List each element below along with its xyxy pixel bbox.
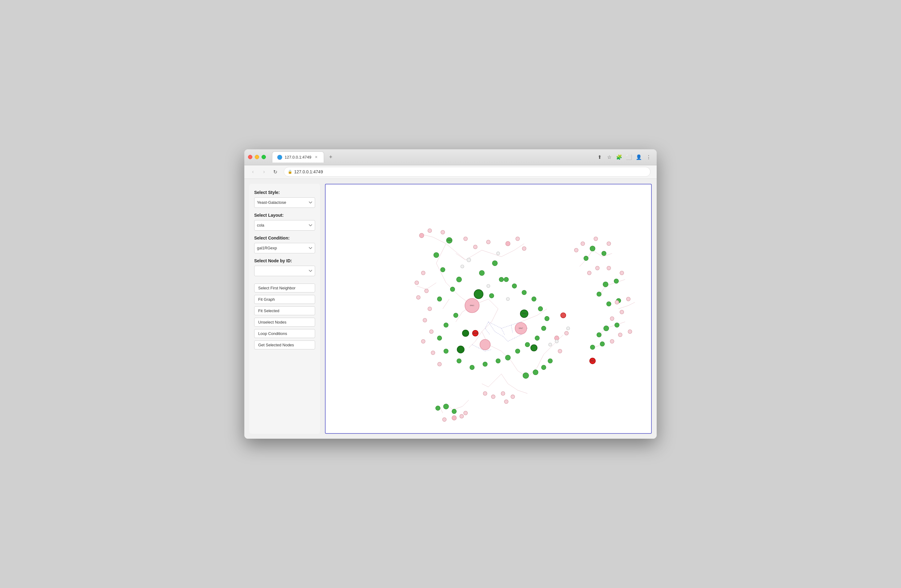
get-selected-nodes-button[interactable]: Get Selected Nodes — [254, 340, 315, 349]
bookmark-icon[interactable]: ☆ — [605, 153, 614, 161]
active-tab[interactable]: 🌐 127.0.0.1:4749 ✕ — [272, 151, 324, 162]
svg-point-164 — [610, 317, 614, 320]
lock-icon: 🔒 — [288, 170, 292, 174]
svg-text:GAL2: GAL2 — [447, 239, 451, 241]
svg-point-119 — [597, 292, 601, 296]
svg-point-154 — [581, 242, 585, 246]
fit-graph-button[interactable]: Fit Graph — [254, 295, 315, 304]
split-view-icon[interactable]: ⬜ — [625, 153, 633, 161]
style-label: Select Style: — [254, 190, 315, 195]
select-first-neighbor-button[interactable]: Select First Neighbor — [254, 284, 315, 292]
condition-select[interactable]: gal1RGexp gal4RGexp gal80Rexp — [254, 243, 315, 253]
svg-point-105 — [525, 342, 530, 347]
svg-point-136 — [441, 230, 445, 234]
svg-line-10 — [482, 322, 492, 332]
svg-point-91 — [499, 277, 504, 282]
svg-point-125 — [590, 345, 595, 349]
svg-point-132 — [452, 409, 457, 414]
address-bar[interactable]: 🔒 127.0.0.1:4749 — [284, 167, 650, 177]
svg-line-24 — [456, 253, 466, 260]
tab-close-button[interactable]: ✕ — [314, 155, 319, 160]
minimize-button[interactable] — [255, 155, 259, 159]
svg-point-124 — [597, 332, 601, 337]
back-button[interactable]: ‹ — [248, 167, 258, 177]
svg-point-180 — [467, 258, 471, 262]
style-select[interactable]: Yeast-Galactose — [254, 197, 315, 208]
svg-point-86 — [433, 253, 439, 258]
svg-point-80 — [462, 330, 469, 337]
graph-canvas[interactable]: GAL2 GAL1 GAL7 GAL4 GAL80 MIG1 — [325, 184, 652, 434]
forward-button[interactable]: › — [259, 167, 269, 177]
loop-conditions-button[interactable]: Loop Conditions — [254, 329, 315, 338]
svg-point-145 — [425, 289, 429, 293]
svg-line-4 — [436, 263, 446, 282]
svg-point-94 — [437, 297, 442, 301]
svg-point-153 — [574, 248, 578, 252]
svg-point-118 — [614, 279, 619, 284]
svg-point-158 — [595, 266, 599, 270]
svg-point-159 — [607, 266, 611, 270]
svg-point-185 — [549, 343, 552, 346]
profile-icon[interactable]: 👤 — [634, 153, 643, 161]
svg-point-100 — [470, 365, 474, 370]
svg-point-77 — [474, 290, 483, 299]
extensions-icon[interactable]: 🧩 — [615, 153, 624, 161]
svg-line-35 — [508, 384, 518, 390]
svg-line-34 — [501, 374, 508, 384]
svg-point-81 — [457, 346, 464, 353]
svg-line-22 — [433, 237, 446, 243]
svg-point-129 — [541, 365, 546, 370]
svg-line-70 — [485, 328, 490, 335]
svg-point-102 — [496, 359, 500, 363]
svg-point-97 — [437, 336, 442, 340]
svg-line-9 — [492, 309, 498, 322]
fit-selected-button[interactable]: Fit Selected — [254, 306, 315, 315]
svg-point-89 — [479, 270, 484, 276]
svg-point-123 — [615, 323, 619, 327]
svg-point-169 — [565, 331, 569, 335]
svg-point-131 — [443, 404, 449, 409]
node-id-select[interactable] — [254, 266, 315, 276]
refresh-button[interactable]: ↻ — [270, 167, 280, 177]
svg-line-30 — [469, 342, 475, 348]
svg-point-167 — [610, 339, 614, 343]
svg-line-57 — [488, 322, 501, 328]
svg-point-152 — [438, 362, 441, 367]
svg-point-103 — [505, 355, 511, 360]
svg-point-96 — [444, 323, 448, 327]
layout-section: Select Layout: cola grid circle cose — [254, 213, 315, 231]
svg-point-106 — [535, 336, 539, 340]
svg-point-146 — [416, 296, 420, 299]
new-tab-button[interactable]: + — [326, 153, 335, 161]
svg-point-174 — [504, 399, 508, 404]
svg-point-107 — [541, 326, 546, 331]
svg-point-104 — [516, 349, 520, 353]
svg-point-162 — [627, 297, 631, 301]
unselect-nodes-button[interactable]: Unselect Nodes — [254, 318, 315, 327]
svg-point-79 — [531, 345, 537, 351]
svg-point-141 — [516, 237, 520, 241]
svg-line-69 — [485, 322, 488, 328]
svg-point-166 — [628, 330, 632, 334]
svg-point-116 — [584, 256, 588, 261]
close-button[interactable] — [248, 155, 253, 159]
svg-point-133 — [436, 406, 440, 410]
svg-point-134 — [419, 233, 424, 238]
svg-text:GAL80: GAL80 — [473, 332, 478, 334]
svg-line-65 — [514, 335, 521, 338]
title-bar: 🌐 127.0.0.1:4749 ✕ + ⬆ ☆ 🧩 ⬜ 👤 ⋮ — [244, 149, 657, 165]
svg-point-108 — [545, 316, 549, 321]
svg-point-95 — [454, 313, 458, 318]
svg-point-110 — [532, 297, 536, 301]
menu-icon[interactable]: ⋮ — [644, 153, 653, 161]
svg-line-43 — [580, 260, 586, 266]
traffic-lights — [248, 155, 266, 159]
svg-point-88 — [456, 277, 461, 282]
maximize-button[interactable] — [262, 155, 266, 159]
svg-point-184 — [506, 297, 510, 301]
svg-point-98 — [444, 349, 448, 353]
share-icon[interactable]: ⬆ — [595, 153, 604, 161]
layout-select[interactable]: cola grid circle cose — [254, 220, 315, 231]
svg-point-109 — [538, 307, 543, 311]
svg-line-68 — [511, 325, 513, 333]
